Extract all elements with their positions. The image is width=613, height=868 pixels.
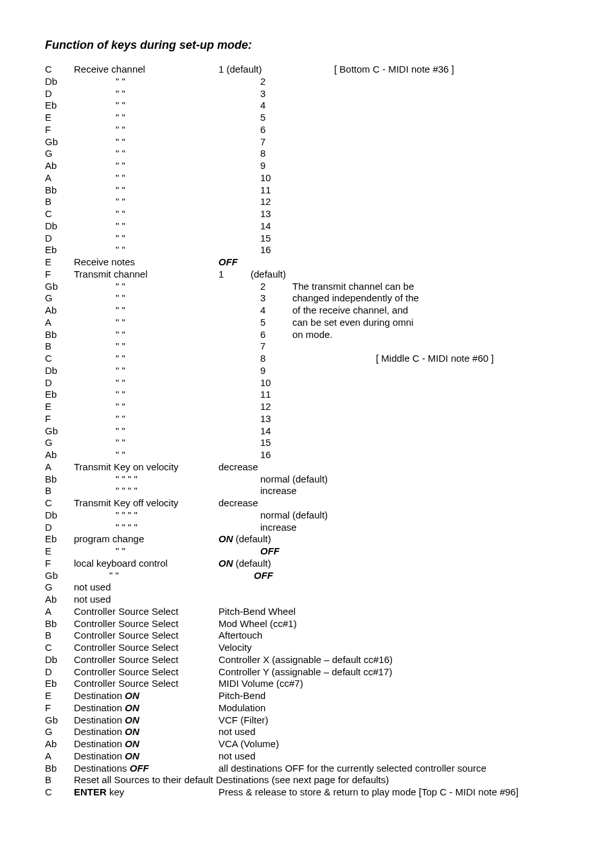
key-label: Ab <box>45 160 74 172</box>
function-name: Receive notes <box>74 256 218 269</box>
function-value: ON (default) <box>218 533 568 545</box>
function-value: Modulation <box>218 702 568 714</box>
table-row: EbController Source SelectMIDI Volume (c… <box>45 678 568 690</box>
table-row: Gb" "7 <box>45 136 568 148</box>
function-name: " " <box>74 136 260 148</box>
function-name: " " <box>74 100 260 112</box>
function-name: " " <box>74 148 260 160</box>
function-value: decrease <box>218 497 568 509</box>
table-row: Db" "14 <box>45 220 568 233</box>
function-value: 6 <box>260 329 292 341</box>
function-name: Controller Source Select <box>74 618 218 630</box>
table-row: BbController Source SelectMod Wheel (cc#… <box>45 618 568 630</box>
function-value: 4 <box>260 100 292 112</box>
table-row: G" "15 <box>45 437 568 449</box>
table-row: Db" "9 <box>45 365 568 377</box>
key-label: Bb <box>45 184 74 197</box>
function-name: " " <box>74 76 260 88</box>
function-name: " " <box>74 281 260 293</box>
function-name: Destinations OFF <box>74 763 218 775</box>
table-row: FDestination ONModulation <box>45 702 568 714</box>
key-function-table: CReceive channel1 (default)[ Bottom C - … <box>45 64 568 799</box>
key-label: G <box>45 437 74 449</box>
table-row: B" "12 <box>45 196 568 208</box>
function-value: 6 <box>260 124 292 136</box>
key-label: Gb <box>45 281 74 293</box>
key-label: Eb <box>45 100 74 112</box>
function-name: Receive channel <box>74 64 218 76</box>
section-heading: Function of keys during set-up mode: <box>45 39 568 52</box>
function-name: " " " " <box>74 509 260 522</box>
function-value: 14 <box>260 220 292 233</box>
function-value: 11 <box>260 389 292 401</box>
function-value: 3 <box>260 292 292 305</box>
function-value: 13 <box>260 208 292 220</box>
table-row: Db" "2 <box>45 76 568 88</box>
function-description: can be set even during omni <box>292 317 568 329</box>
key-label: A <box>45 461 74 474</box>
function-name: " " <box>74 184 260 197</box>
function-name: ENTER key <box>74 786 218 799</box>
function-value: Aftertouch <box>218 630 568 642</box>
table-row: Ab" "9 <box>45 160 568 172</box>
key-label: Db <box>45 509 74 522</box>
table-row: F" "6 <box>45 124 568 136</box>
key-label: Db <box>45 220 74 233</box>
key-label: Db <box>45 365 74 377</box>
function-name: " " <box>74 449 260 461</box>
key-label: E <box>45 690 74 702</box>
function-name: " " <box>74 220 260 233</box>
table-row: Bb" "6on mode. <box>45 329 568 341</box>
key-label: Eb <box>45 389 74 401</box>
key-label: F <box>45 702 74 714</box>
key-label: D <box>45 522 74 534</box>
table-row: Eb" "11 <box>45 389 568 401</box>
key-label: D <box>45 377 74 389</box>
function-name: " " <box>74 208 260 220</box>
key-label: A <box>45 750 74 763</box>
function-value: increase <box>260 522 568 534</box>
key-label: C <box>45 786 74 799</box>
function-name: " " <box>74 341 260 353</box>
key-label: B <box>45 630 74 642</box>
function-value: normal (default) <box>260 474 568 486</box>
function-value: OFF <box>218 256 251 269</box>
function-description: of the receive channel, and <box>292 305 568 317</box>
key-label: B <box>45 485 74 497</box>
key-label: Gb <box>45 714 74 727</box>
key-label: C <box>45 497 74 509</box>
function-name: " " <box>74 389 260 401</box>
table-row: CController Source SelectVelocity <box>45 642 568 654</box>
key-label: Ab <box>45 738 74 750</box>
table-row: Gb" "14 <box>45 425 568 438</box>
table-row: G" "3changed independently of the <box>45 292 568 305</box>
key-label: Gb <box>45 136 74 148</box>
function-value: all destinations OFF for the currently s… <box>218 763 568 775</box>
key-label: B <box>45 196 74 208</box>
function-value: 5 <box>260 112 292 124</box>
table-row: Bb" "11 <box>45 184 568 197</box>
key-label: E <box>45 401 74 413</box>
key-label: Db <box>45 76 74 88</box>
function-value: Controller X (assignable – default cc#16… <box>218 654 568 666</box>
table-row: E" "5 <box>45 112 568 124</box>
key-label: G <box>45 292 74 305</box>
table-row: Abnot used <box>45 594 568 606</box>
function-description: [ Bottom C - MIDI note #36 ] <box>251 64 568 76</box>
table-row: Bb" " " "normal (default) <box>45 474 568 486</box>
function-value: 16 <box>260 449 292 461</box>
function-name: " " <box>74 160 260 172</box>
function-name: local keyboard control <box>74 558 218 570</box>
function-value: 7 <box>260 341 292 353</box>
function-name: " " <box>74 401 260 413</box>
table-row: A" "5can be set even during omni <box>45 317 568 329</box>
function-value: 7 <box>260 136 292 148</box>
function-value: VCF (Filter) <box>218 714 568 727</box>
table-row: BbDestinations OFFall destinations OFF f… <box>45 763 568 775</box>
key-label: G <box>45 726 74 738</box>
key-label: Ab <box>45 305 74 317</box>
key-label: Eb <box>45 533 74 545</box>
function-name: " " <box>74 377 260 389</box>
function-name: " " <box>74 570 254 582</box>
key-label: E <box>45 545 74 558</box>
